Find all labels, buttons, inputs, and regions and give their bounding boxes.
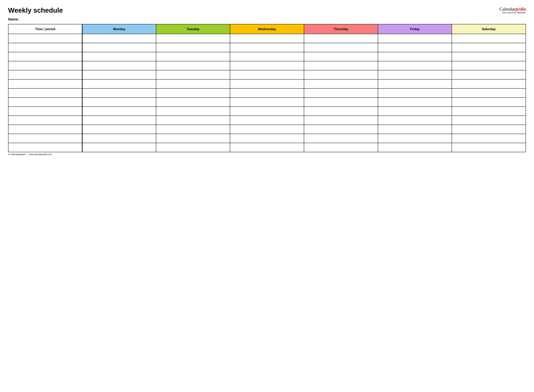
schedule-cell[interactable] [156,98,230,107]
schedule-cell[interactable] [304,116,378,125]
schedule-cell[interactable] [82,107,156,116]
schedule-cell[interactable] [304,134,378,143]
time-cell[interactable] [8,52,82,61]
schedule-row [8,107,526,116]
schedule-cell[interactable] [452,116,526,125]
schedule-cell[interactable] [378,34,452,43]
schedule-cell[interactable] [230,98,304,107]
schedule-cell[interactable] [82,125,156,134]
schedule-cell[interactable] [452,70,526,79]
schedule-cell[interactable] [378,107,452,116]
schedule-cell[interactable] [156,116,230,125]
schedule-cell[interactable] [452,34,526,43]
schedule-cell[interactable] [378,52,452,61]
time-cell[interactable] [8,34,82,43]
schedule-cell[interactable] [230,125,304,134]
schedule-cell[interactable] [452,134,526,143]
schedule-cell[interactable] [378,98,452,107]
schedule-cell[interactable] [82,143,156,152]
schedule-cell[interactable] [230,43,304,52]
schedule-cell[interactable] [156,89,230,98]
schedule-cell[interactable] [378,143,452,152]
schedule-cell[interactable] [230,107,304,116]
schedule-cell[interactable] [82,52,156,61]
time-cell[interactable] [8,43,82,52]
schedule-cell[interactable] [82,98,156,107]
time-cell[interactable] [8,89,82,98]
schedule-cell[interactable] [378,116,452,125]
logo-suffix: pedia [516,6,526,12]
schedule-cell[interactable] [452,79,526,89]
schedule-cell[interactable] [378,134,452,143]
day-header-wednesday: Wednesday [230,24,304,34]
schedule-cell[interactable] [156,134,230,143]
time-cell[interactable] [8,79,82,89]
schedule-cell[interactable] [452,43,526,52]
schedule-cell[interactable] [156,52,230,61]
schedule-cell[interactable] [304,61,378,70]
schedule-cell[interactable] [230,89,304,98]
schedule-cell[interactable] [156,61,230,70]
schedule-cell[interactable] [82,34,156,43]
schedule-cell[interactable] [452,61,526,70]
schedule-cell[interactable] [156,125,230,134]
schedule-cell[interactable] [82,89,156,98]
schedule-cell[interactable] [304,107,378,116]
schedule-row [8,89,526,98]
schedule-cell[interactable] [230,70,304,79]
schedule-cell[interactable] [304,43,378,52]
schedule-row [8,143,526,152]
schedule-cell[interactable] [82,61,156,70]
schedule-cell[interactable] [82,43,156,52]
schedule-cell[interactable] [304,143,378,152]
schedule-cell[interactable] [156,107,230,116]
time-period-header: Time / period [8,24,82,34]
schedule-cell[interactable] [82,70,156,79]
schedule-cell[interactable] [378,79,452,89]
schedule-cell[interactable] [378,125,452,134]
schedule-cell[interactable] [82,134,156,143]
time-cell[interactable] [8,70,82,79]
schedule-cell[interactable] [304,98,378,107]
schedule-cell[interactable] [378,43,452,52]
schedule-cell[interactable] [452,52,526,61]
schedule-cell[interactable] [452,107,526,116]
schedule-cell[interactable] [82,116,156,125]
schedule-cell[interactable] [378,70,452,79]
time-cell[interactable] [8,98,82,107]
schedule-cell[interactable] [452,89,526,98]
schedule-cell[interactable] [156,79,230,89]
logo-prefix: Calendar [499,6,516,12]
schedule-cell[interactable] [156,70,230,79]
schedule-cell[interactable] [304,34,378,43]
schedule-cell[interactable] [156,143,230,152]
schedule-cell[interactable] [304,52,378,61]
schedule-cell[interactable] [304,70,378,79]
schedule-cell[interactable] [230,143,304,152]
time-cell[interactable] [8,143,82,152]
time-cell[interactable] [8,116,82,125]
schedule-cell[interactable] [230,34,304,43]
schedule-cell[interactable] [156,43,230,52]
schedule-cell[interactable] [230,134,304,143]
schedule-cell[interactable] [452,98,526,107]
schedule-row [8,43,526,52]
schedule-cell[interactable] [452,125,526,134]
schedule-cell[interactable] [304,89,378,98]
schedule-cell[interactable] [82,79,156,89]
schedule-cell[interactable] [304,79,378,89]
time-cell[interactable] [8,61,82,70]
schedule-cell[interactable] [230,61,304,70]
schedule-cell[interactable] [230,52,304,61]
schedule-cell[interactable] [156,34,230,43]
schedule-cell[interactable] [378,61,452,70]
time-cell[interactable] [8,125,82,134]
time-cell[interactable] [8,134,82,143]
schedule-cell[interactable] [452,143,526,152]
schedule-cell[interactable] [230,116,304,125]
schedule-cell[interactable] [378,89,452,98]
schedule-cell[interactable] [304,125,378,134]
time-cell[interactable] [8,107,82,116]
schedule-table: Time / period MondayTuesdayWednesdayThur… [8,24,526,152]
schedule-cell[interactable] [230,79,304,89]
